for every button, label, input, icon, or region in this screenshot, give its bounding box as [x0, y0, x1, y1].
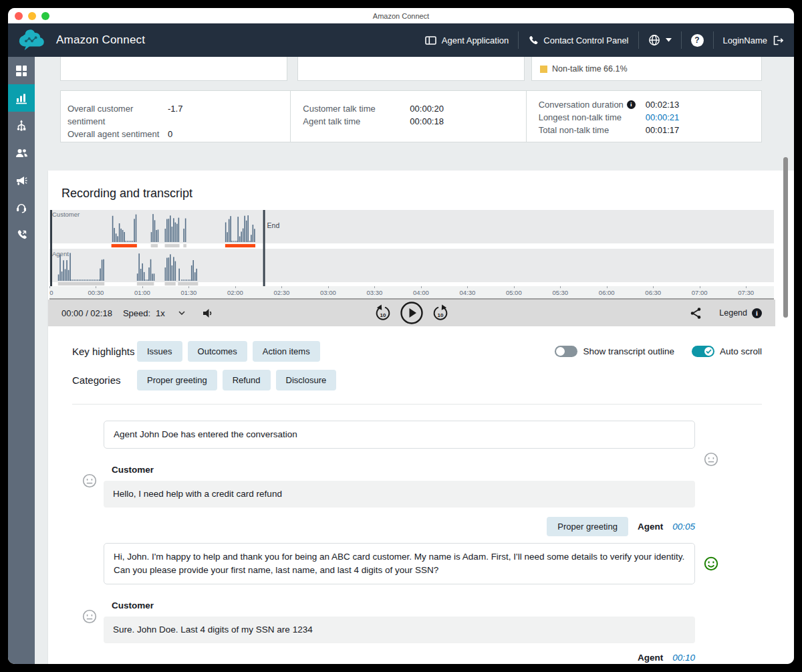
timeline-tick-label: 01:00: [134, 289, 150, 296]
metric-label: Agent talk time: [303, 115, 410, 128]
timeline-tick-label: 03:30: [366, 289, 382, 296]
speaker-label: Customer: [104, 600, 695, 610]
sidebar-item-contact-calls[interactable]: [8, 221, 35, 249]
show-transcript-outline-toggle[interactable]: [555, 346, 577, 357]
categories-label: Categories: [72, 374, 137, 386]
forward-10-button[interactable]: 10: [432, 304, 449, 322]
waveform-svg: CustomerAgentEnd: [49, 210, 774, 286]
speaker-label: Customer: [104, 465, 695, 475]
timeline-tick-label: 02:00: [227, 289, 243, 296]
nav-agent-application[interactable]: Agent Application: [425, 35, 509, 45]
svg-text:10: 10: [438, 312, 444, 318]
recording-transcript-section: Recording and transcript CustomerAgentEn…: [48, 171, 775, 664]
sidebar-item-routing[interactable]: [8, 112, 35, 139]
message-category-pill[interactable]: Proper greeting: [547, 517, 628, 536]
metric-value: -1.7: [168, 102, 182, 128]
timeline-tick-label: 03:00: [320, 289, 336, 296]
timeline-tick-label: 07:30: [738, 289, 754, 296]
sidebar-item-metrics-analytics[interactable]: [8, 84, 35, 112]
share-icon[interactable]: [690, 307, 702, 320]
sidebar-item-dashboard[interactable]: [8, 57, 35, 84]
legend-info-icon[interactable]: i: [752, 308, 762, 318]
logout-icon[interactable]: [773, 35, 783, 45]
playback-time: 00:00 / 02:18: [61, 308, 112, 318]
nav-separator: [713, 31, 714, 49]
speaker-label: Agent: [638, 653, 663, 663]
highlights-panel: Key highlights IssuesOutcomesAction item…: [48, 326, 775, 390]
metrics-talk-time-column: Customer talk time 00:00:20 Agent talk t…: [290, 91, 525, 142]
non-talk-legend-swatch: [540, 66, 547, 73]
message-meta: Proper greetingAgent00:05: [104, 517, 695, 536]
sentiment-neutral-icon: [82, 609, 97, 624]
metric-value: 0: [168, 128, 172, 140]
nav-separator: [681, 31, 682, 49]
rewind-10-button[interactable]: 10: [374, 304, 392, 322]
titlebar: Amazon Connect: [8, 8, 794, 23]
timeline-tick-label: 01:30: [181, 289, 197, 296]
scrollbar-thumb[interactable]: [783, 157, 788, 318]
timeline-tick-mark: [49, 286, 50, 288]
svg-text:10: 10: [380, 312, 386, 318]
sidebar-item-announcements[interactable]: [8, 166, 35, 194]
audio-waveform[interactable]: CustomerAgentEnd: [49, 210, 774, 286]
metric-value: 00:02:13: [646, 98, 680, 111]
metric-label: Overall customer sentiment: [68, 102, 168, 128]
amazon-connect-logo-icon: [17, 28, 45, 52]
auto-scroll-toggle[interactable]: [692, 346, 714, 357]
category-pill-disclosure[interactable]: Disclosure: [276, 370, 337, 390]
highlight-pill-issues[interactable]: Issues: [137, 341, 182, 362]
timeline-tick-mark: [514, 286, 515, 288]
key-highlights-label: Key highlights: [72, 346, 137, 357]
nav-separator: [638, 31, 639, 49]
highlight-pill-outcomes[interactable]: Outcomes: [188, 341, 247, 362]
timeline-tick-mark: [746, 286, 747, 288]
timeline-tick-mark: [607, 286, 608, 288]
timeline-tick-mark: [374, 286, 375, 288]
message-timestamp-link[interactable]: 00:10: [672, 653, 695, 663]
metrics-sentiment-column: Overall customer sentiment -1.7 Overall …: [61, 91, 290, 142]
nav-contact-control-panel[interactable]: Contact Control Panel: [528, 35, 628, 45]
message-text: Hello, I need help with a credit card re…: [104, 481, 695, 508]
timeline-tick-mark: [96, 286, 96, 288]
timeline-tick-label: 0: [49, 289, 53, 296]
info-icon[interactable]: i: [627, 100, 636, 109]
nav-login-user[interactable]: LoginName: [723, 35, 784, 45]
metric-label: Overall agent sentiment: [68, 128, 168, 140]
transcript-message-customer: CustomerSure. John Doe. Last 4 digits of…: [104, 600, 695, 643]
timeline-tick-label: 06:30: [645, 289, 661, 296]
show-transcript-outline-label: Show transcript outline: [583, 346, 674, 356]
sidebar-item-support-headset[interactable]: [8, 194, 35, 221]
chevron-down-icon: [666, 38, 672, 42]
speed-value[interactable]: 1x: [156, 308, 165, 318]
metric-label: Conversation duration: [539, 98, 624, 111]
transcript-list: Agent John Doe has entered the conversat…: [48, 405, 775, 664]
play-button[interactable]: [400, 301, 424, 325]
timeline-tick-label: 04:00: [413, 289, 429, 296]
help-icon[interactable]: ?: [691, 34, 704, 47]
sentiment-positive-icon: [704, 556, 718, 571]
speed-dropdown-caret-icon[interactable]: [178, 311, 185, 315]
category-pill-proper-greeting[interactable]: Proper greeting: [137, 370, 217, 390]
metric-label: Total non-talk time: [539, 124, 646, 136]
highlight-pill-action-items[interactable]: Action items: [253, 341, 320, 362]
timeline-tick-mark: [560, 286, 561, 288]
volume-icon[interactable]: [203, 308, 214, 318]
metric-value: 00:01:17: [646, 124, 680, 136]
section-title: Recording and transcript: [48, 171, 775, 210]
longest-non-talk-link[interactable]: 00:00:21: [646, 111, 680, 124]
message-timestamp-link[interactable]: 00:05: [672, 522, 695, 532]
metric-row: Overall customer sentiment -1.7: [68, 102, 290, 128]
timeline-tick-mark: [281, 286, 282, 288]
timeline-tick-mark: [467, 286, 468, 288]
summary-card-sentiment: [60, 57, 287, 81]
sidebar-item-users[interactable]: [8, 139, 35, 166]
nav-language-selector[interactable]: [648, 34, 672, 46]
message-text: Agent John Doe has entered the conversat…: [104, 421, 695, 449]
left-sidebar: [8, 57, 35, 664]
transcript-message-customer: CustomerHello, I need help with a credit…: [104, 465, 695, 508]
login-name-label: LoginName: [723, 35, 768, 45]
timeline-ruler[interactable]: 000:3001:0001:3002:0002:3003:0003:3004:0…: [49, 286, 774, 300]
category-pill-refund[interactable]: Refund: [223, 370, 271, 390]
timeline-tick-mark: [421, 286, 422, 288]
key-highlights-pills: IssuesOutcomesAction items: [137, 341, 320, 362]
